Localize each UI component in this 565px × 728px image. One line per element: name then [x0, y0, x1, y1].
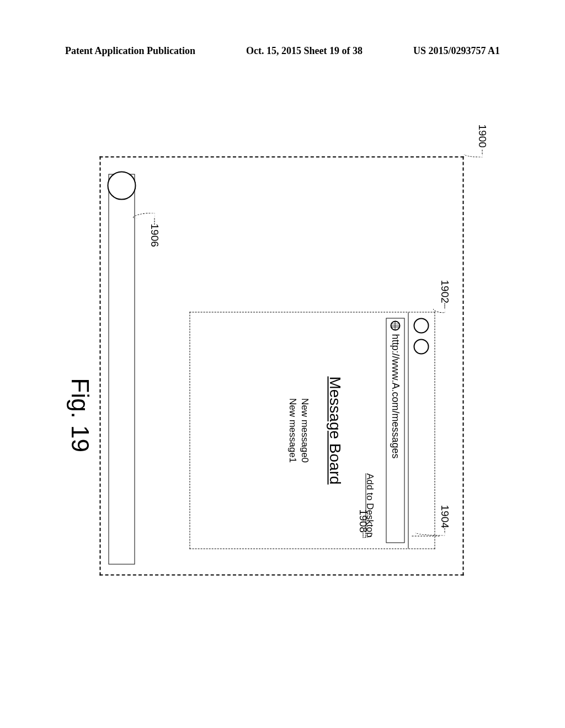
ref-1902: 1902 [438, 280, 450, 303]
browser-window: http://www.A.com/messages Add to Desktop… [189, 312, 435, 549]
url-bar[interactable]: http://www.A.com/messages [386, 318, 404, 543]
start-button-icon[interactable] [107, 171, 136, 200]
leader-1906 [132, 212, 154, 224]
ref-1908: 1908 [356, 509, 369, 532]
leader-1908 [363, 532, 372, 542]
message-item: New message0 [298, 312, 310, 548]
ref-1900: 1900 [476, 124, 488, 147]
header-left: Patent Application Publication [65, 45, 195, 57]
leader-1902 [433, 303, 445, 313]
browser-title-bar [408, 312, 434, 548]
desktop-frame: 1902 1904 http://www.A.com/m [99, 156, 463, 575]
header-right: US 2015/0293757 A1 [413, 45, 500, 57]
taskbar[interactable] [108, 174, 135, 564]
leader-1900 [463, 149, 482, 157]
ref-1906: 1906 [148, 223, 160, 247]
figure-area: 1900 1902 1904 [69, 124, 497, 607]
rotated-figure: 1900 1902 1904 [69, 124, 497, 607]
url-text: http://www.A.com/messages [390, 334, 401, 458]
page-heading: Message Board [326, 312, 343, 548]
message-item: New message1 [286, 312, 298, 548]
page-header: Patent Application Publication Oct. 15, … [65, 45, 500, 57]
figure-caption: Fig. 19 [66, 378, 93, 452]
header-center: Oct. 15, 2015 Sheet 19 of 38 [246, 45, 363, 57]
ref-1904: 1904 [438, 505, 450, 528]
message-list: New message0 New message1 [286, 312, 310, 548]
window-control-icon[interactable] [414, 318, 429, 333]
globe-icon [390, 320, 400, 330]
window-control-icon[interactable] [414, 339, 429, 354]
